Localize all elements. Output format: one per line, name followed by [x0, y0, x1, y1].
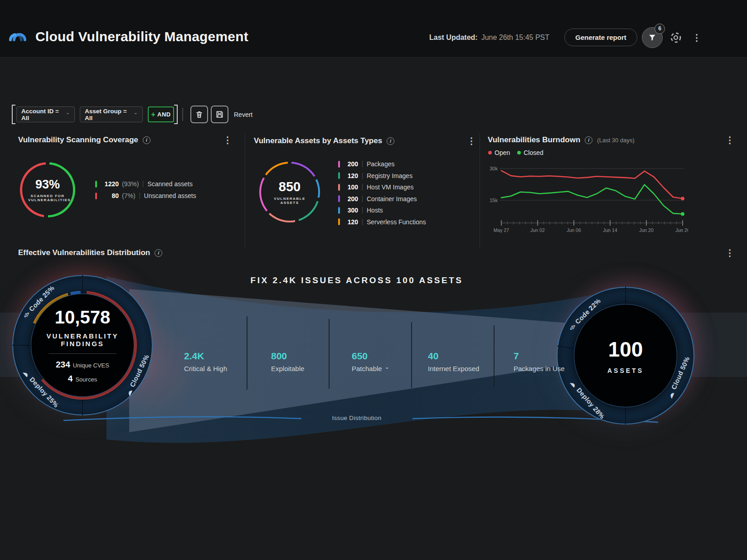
legend-item-closed[interactable]: Closed	[517, 149, 543, 156]
asset-group-dropdown-label: Asset Group = All	[85, 108, 129, 121]
info-icon[interactable]	[585, 136, 592, 144]
last-updated-label: Last Updated:	[429, 34, 478, 41]
generate-report-button[interactable]: Generate report	[564, 29, 637, 46]
legend-label: Registry Images	[367, 172, 412, 179]
chevron-down-icon[interactable]	[385, 366, 389, 372]
stat-label: Patchable	[352, 365, 382, 372]
findings-label: VULNERABILITY FINDINGS	[39, 332, 127, 348]
asset-types-donut-value: 850	[279, 179, 301, 194]
assets-value: 100	[608, 337, 643, 362]
legend-divider	[362, 173, 363, 179]
filter-count-badge: 6	[655, 24, 665, 34]
cves-label: Unique CVES	[73, 362, 109, 369]
legend-value: 200	[344, 195, 358, 203]
panel-divider	[480, 134, 480, 249]
legend-swatch	[95, 181, 97, 188]
burndown-panel-kebab[interactable]	[725, 134, 733, 146]
distribution-title: Effective Vulnerabilities Distribution	[18, 248, 162, 257]
settings-icon[interactable]	[669, 31, 683, 44]
legend-swatch	[338, 195, 340, 202]
sources-value: 4	[68, 374, 73, 383]
delete-filters-button[interactable]	[190, 106, 208, 123]
save-filters-button[interactable]	[211, 106, 228, 123]
legend-item-open[interactable]: Open	[488, 149, 510, 156]
asset-group-dropdown[interactable]: Asset Group = All	[80, 106, 143, 122]
legend-swatch	[95, 193, 97, 199]
legend-item: 200Packages	[338, 159, 394, 169]
stat-packages-in-use: 7 Packages in Use	[514, 351, 565, 372]
scanning-panel-title-text: Vulnerability Scanning Coverage	[18, 135, 138, 145]
legend-item-unscanned: 80 (7%) Unscanned assets	[95, 191, 196, 200]
legend-percent: (93%)	[122, 180, 139, 188]
add-and-filter-button[interactable]: +AND	[148, 106, 174, 122]
distribution-title-text: Effective Vulnerabilities Distribution	[18, 248, 150, 257]
legend-label: Scanned assets	[147, 180, 193, 188]
info-icon[interactable]	[155, 249, 162, 257]
legend-value: 100	[344, 183, 358, 191]
burndown-panel-title: Vulnerabilities Burndown (Last 30 days)	[488, 135, 635, 145]
legend-label: Container Images	[367, 195, 417, 203]
svg-text:15k: 15k	[490, 198, 498, 203]
app-logo-icon	[7, 26, 28, 47]
scanning-donut-value: 93%	[35, 178, 60, 192]
filter-bracket-close	[174, 105, 178, 124]
panel-divider	[245, 134, 245, 249]
stat-label: Exploitable	[271, 365, 304, 372]
page-title: Cloud Vulnerability Management	[35, 29, 248, 44]
legend-value: 120	[344, 218, 358, 226]
svg-text:May 27: May 27	[494, 227, 509, 233]
burndown-panel-title-text: Vulnerabilities Burndown	[488, 135, 580, 145]
sources: 4Sources	[68, 374, 97, 384]
stat-label: Packages in Use	[514, 365, 565, 372]
issue-distribution-label: Issue Distribution	[0, 415, 713, 421]
revert-button[interactable]: Revert	[234, 111, 252, 118]
legend-divider	[362, 196, 363, 202]
asset-types-panel-title-text: Vulnerable Assets by Assets Types	[254, 136, 382, 145]
dashboard: Cloud Vulnerability Management Last Upda…	[0, 0, 747, 560]
legend-divider	[362, 184, 363, 190]
scanning-panel-title: Vulnerability Scanning Coverage	[18, 135, 150, 145]
legend-dot	[517, 151, 521, 154]
svg-text:30k: 30k	[490, 166, 498, 171]
assets-label: ASSETS	[607, 367, 644, 374]
legend-label: Unscanned assets	[144, 192, 196, 199]
stat-value: 2.4K	[184, 351, 227, 362]
legend-divider	[362, 161, 363, 167]
stat-label: Internet Exposed	[428, 365, 479, 372]
svg-text:Jun 02: Jun 02	[530, 227, 545, 233]
stat-label: Critical & High	[184, 365, 227, 372]
legend-divider	[362, 207, 363, 213]
distribution-kebab[interactable]	[725, 247, 733, 259]
funnel-icon	[648, 34, 656, 42]
legend-dot	[488, 151, 492, 154]
burndown-legend: Open Closed	[488, 149, 543, 156]
legend-label: Closed	[524, 149, 543, 156]
ring-divider	[12, 345, 30, 346]
scanning-panel-kebab[interactable]	[223, 134, 231, 146]
assets-gauge-center: 100 ASSETS	[574, 304, 677, 407]
account-id-dropdown-label: Account ID = All	[21, 108, 61, 121]
legend-value: 1220	[102, 180, 119, 188]
info-icon[interactable]	[143, 136, 150, 144]
stat-value: 7	[514, 351, 565, 362]
legend-label: Serverless Functions	[367, 218, 426, 226]
legend-swatch	[338, 172, 340, 179]
header-kebab-menu[interactable]	[692, 32, 700, 43]
stat-exploitable: 800 Exploitable	[271, 351, 304, 372]
sources-label: Sources	[75, 376, 97, 383]
legend-swatch	[338, 161, 340, 168]
svg-text:Jun 14: Jun 14	[603, 227, 617, 233]
filter-divider	[182, 108, 183, 121]
last-updated: Last Updated:June 26th 15:45 PST	[429, 34, 549, 42]
info-icon[interactable]	[387, 137, 394, 145]
legend-label: Host VM Images	[367, 183, 413, 191]
plus-icon: +	[151, 111, 155, 119]
asset-types-panel-kebab[interactable]	[467, 135, 475, 147]
save-icon	[215, 110, 224, 119]
legend-item: 100Host VM Images	[338, 183, 413, 192]
stat-value: 800	[271, 351, 304, 362]
legend-swatch	[338, 184, 340, 191]
account-id-dropdown[interactable]: Account ID = All	[16, 106, 75, 122]
legend-percent: (7%)	[122, 192, 136, 199]
assets-gauge: 100 ASSETS	[557, 287, 694, 425]
